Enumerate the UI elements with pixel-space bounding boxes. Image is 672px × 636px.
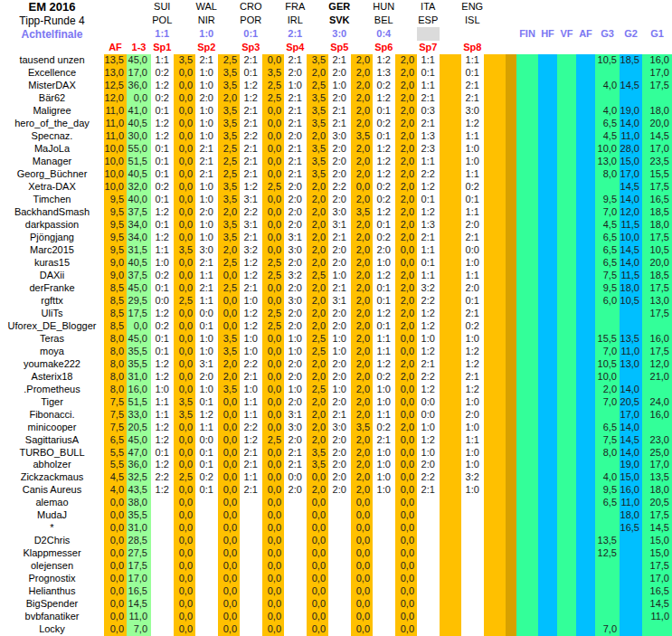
separator-column-cell (506, 92, 516, 105)
tip-cell (373, 522, 395, 535)
quarterfinal-points-cell (557, 118, 576, 130)
tip-cell: 1:0 (195, 105, 218, 118)
tip-cell (284, 623, 307, 636)
tip-cell: 0:1 (151, 219, 174, 232)
header-cell (127, 14, 151, 27)
match-points-cell: 2,5 (218, 281, 241, 294)
tip-cell: 1:2 (240, 433, 262, 446)
player-name-cell: TURBO_BULL (0, 446, 104, 459)
separator-column-cell (506, 383, 516, 395)
player-name-cell: MaJoLa (0, 143, 104, 156)
separator-column-cell (506, 105, 516, 118)
header-cell (351, 0, 374, 14)
match-points-cell (484, 471, 506, 484)
round16-points-cell (576, 130, 595, 143)
round16-points-cell (576, 395, 595, 408)
quarterfinal-points-cell (557, 345, 576, 357)
separator-column-cell (506, 54, 516, 67)
group-rounds-total-cell: 30,0 (127, 130, 151, 143)
match-points-cell: 2,5 (262, 257, 285, 270)
tip-cell: 2:0 (328, 143, 351, 156)
tip-cell (417, 497, 440, 509)
match-points-cell: 2,0 (351, 294, 374, 307)
tip-cell (240, 497, 262, 509)
tip-cell: 2:0 (328, 446, 351, 459)
header-cell (642, 14, 672, 27)
header-cell (484, 14, 506, 27)
semifinal-points-cell (538, 509, 557, 522)
round16-points-cell (576, 332, 595, 345)
tip-cell (151, 547, 174, 560)
tip-cell: 2:0 (284, 219, 307, 232)
group1-points-cell: 14,5 (642, 598, 672, 611)
tip-cell: 2:1 (240, 370, 262, 383)
match-points-cell: 0,0 (218, 535, 241, 547)
group-rounds-total-cell: 47,0 (127, 446, 151, 459)
separator-column-cell (506, 547, 516, 560)
match-points-cell: 0,0 (174, 143, 196, 156)
match-points-cell: 0,0 (395, 484, 418, 497)
current-round-points-cell: 9,0 (104, 269, 127, 281)
current-round-points-cell: 9,5 (104, 219, 127, 232)
match-points-cell: 2,0 (218, 370, 241, 383)
round16-points-cell (576, 408, 595, 421)
match-points-cell (440, 598, 462, 611)
team-home-code: CRO (240, 0, 262, 14)
match-points-cell: 0,0 (218, 471, 241, 484)
tip-cell: 3:0 (328, 206, 351, 219)
separator-column-cell (506, 560, 516, 573)
match-points-cell: 2,0 (351, 194, 374, 206)
tip-cell: 2:1 (461, 80, 484, 92)
tip-cell: 2:0 (284, 370, 307, 383)
player-name-cell: DAXii (0, 269, 104, 281)
group3-points-cell: 6,5 (595, 118, 620, 130)
final-points-cell (516, 446, 538, 459)
tip-cell: 1:0 (373, 257, 395, 270)
match-points-cell: 0,0 (174, 319, 196, 332)
header-cell (595, 41, 620, 54)
tip-cell: 2:0 (328, 433, 351, 446)
group1-points-cell (642, 421, 672, 433)
header-cell (440, 27, 462, 41)
quarterfinal-points-cell (557, 181, 576, 194)
group3-points-cell (595, 92, 620, 105)
tip-cell: 1:0 (461, 459, 484, 471)
match-points-cell: 2,0 (218, 206, 241, 219)
semifinal-points-cell (538, 118, 557, 130)
tip-cell: 2:0 (328, 484, 351, 497)
tip-cell: 2:2 (240, 421, 262, 433)
match-points-cell: 0,0 (395, 459, 418, 471)
tip-cell: 2:0 (328, 357, 351, 370)
match-points-cell (484, 433, 506, 446)
tip-cell: 1:1 (461, 130, 484, 143)
final-points-cell (516, 143, 538, 156)
group1-points-cell: 17,5 (642, 181, 672, 194)
current-round-points-cell: 8,0 (104, 383, 127, 395)
match-points-cell: 0,0 (395, 611, 418, 623)
tip-cell: 1:0 (417, 421, 440, 433)
current-round-points-cell: 0,0 (104, 535, 127, 547)
round16-points-cell (576, 219, 595, 232)
player-name-cell: D2Chris (0, 535, 104, 547)
quarterfinal-points-cell (557, 395, 576, 408)
tip-cell: 0:1 (417, 194, 440, 206)
player-name-cell: Excellence (0, 67, 104, 80)
match-points-cell (440, 395, 462, 408)
tip-cell: 3:1 (240, 194, 262, 206)
tip-cell: 1:2 (151, 433, 174, 446)
match-points-cell: 0,0 (262, 143, 285, 156)
tip-cell (461, 560, 484, 573)
quarterfinal-points-cell (557, 244, 576, 257)
tip-cell: 2:0 (461, 408, 484, 421)
match-points-cell: 3,5 (351, 206, 374, 219)
group2-points-cell: 13,0 (620, 357, 642, 370)
current-round-points-cell: 8,5 (104, 281, 127, 294)
group3-points-cell: 6,5 (595, 421, 620, 433)
tip-cell: 1:0 (284, 345, 307, 357)
tip-cell: 1:0 (461, 257, 484, 270)
round16-points-cell (576, 143, 595, 156)
group-rounds-total-cell: 45,0 (127, 281, 151, 294)
match-points-cell: 2,0 (307, 194, 329, 206)
group1-points-cell: 15,0 (642, 547, 672, 560)
group3-points-cell: 4,5 (595, 130, 620, 143)
